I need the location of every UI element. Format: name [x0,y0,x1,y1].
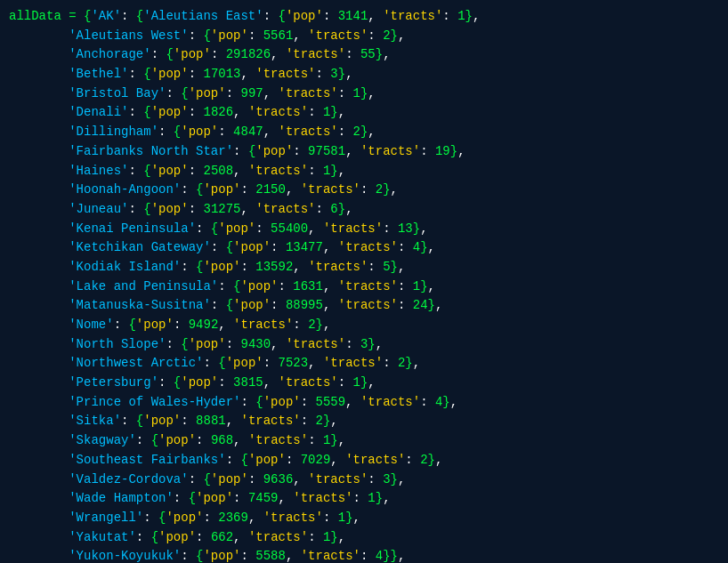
code-line: 'Denali': {'pop': 1826, 'tracts': 1}, [9,103,719,123]
code-line: 'Northwest Arctic': {'pop': 7523, 'tract… [9,354,719,374]
code-line: 'Valdez-Cordova': {'pop': 9636, 'tracts'… [9,471,719,490]
code-line: 'Nome': {'pop': 9492, 'tracts': 2}, [9,316,719,335]
code-line: 'Yakutat': {'pop': 662, 'tracts': 1}, [9,528,719,548]
code-line: 'Bristol Bay': {'pop': 997, 'tracts': 1}… [9,84,719,104]
code-line: 'Prince of Wales-Hyder': {'pop': 5559, '… [9,393,719,413]
code-line: 'Fairbanks North Star': {'pop': 97581, '… [9,142,719,162]
code-line: 'Sitka': {'pop': 8881, 'tracts': 2}, [9,412,719,431]
code-line: 'Wade Hampton': {'pop': 7459, 'tracts': … [9,489,719,509]
code-line: 'Skagway': {'pop': 968, 'tracts': 1}, [9,431,719,451]
code-line: 'Southeast Fairbanks': {'pop': 7029, 'tr… [9,451,719,471]
code-line: 'Hoonah-Angoon': {'pop': 2150, 'tracts':… [9,181,719,200]
code-line: 'Petersburg': {'pop': 3815, 'tracts': 1}… [9,374,719,393]
code-line: 'Ketchikan Gateway': {'pop': 13477, 'tra… [9,238,719,258]
code-line: 'Dillingham': {'pop': 4847, 'tracts': 2}… [9,123,719,142]
code-line: 'Lake and Peninsula': {'pop': 1631, 'tra… [9,277,719,297]
code-line: 'Aleutians West': {'pop': 5561, 'tracts'… [9,27,719,46]
code-line: 'Haines': {'pop': 2508, 'tracts': 1}, [9,162,719,181]
code-line: 'Juneau': {'pop': 31275, 'tracts': 6}, [9,200,719,220]
code-line: 'Matanuska-Susitna': {'pop': 88995, 'tra… [9,296,719,316]
code-line: 'Yukon-Koyukuk': {'pop': 5588, 'tracts':… [9,547,719,563]
code-line: 'Anchorage': {'pop': 291826, 'tracts': 5… [9,45,719,65]
code-line: 'Wrangell': {'pop': 2369, 'tracts': 1}, [9,509,719,528]
code-display: allData = {'AK': {'Aleutians East': {'po… [0,0,728,563]
code-line: allData = {'AK': {'Aleutians East': {'po… [9,7,719,27]
code-line: 'Kodiak Island': {'pop': 13592, 'tracts'… [9,258,719,277]
code-line: 'Bethel': {'pop': 17013, 'tracts': 3}, [9,65,719,84]
code-line: 'North Slope': {'pop': 9430, 'tracts': 3… [9,335,719,355]
code-line: 'Kenai Peninsula': {'pop': 55400, 'tract… [9,220,719,239]
